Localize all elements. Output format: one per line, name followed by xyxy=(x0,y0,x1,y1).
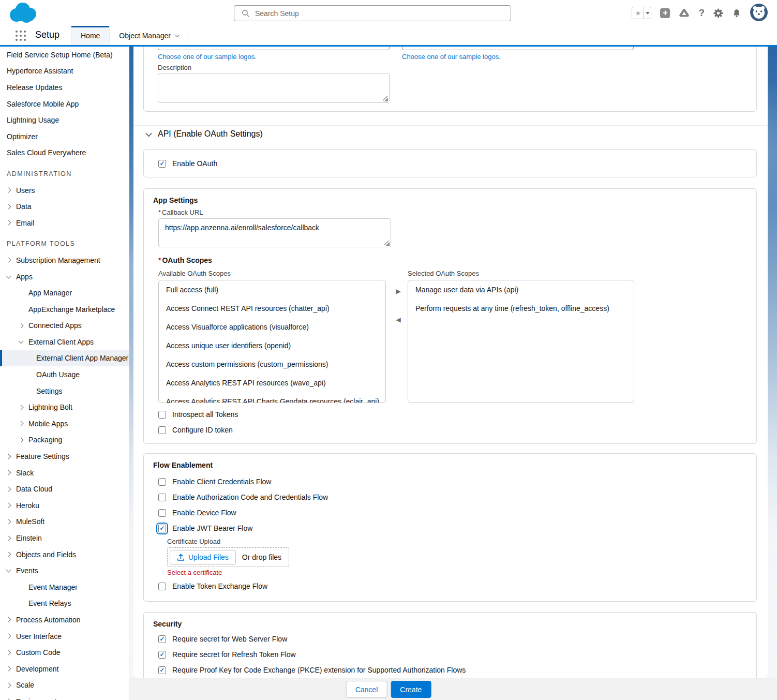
sidebar-item[interactable]: Events xyxy=(0,562,129,579)
sidebar-item[interactable]: Mobile Apps xyxy=(0,415,129,432)
scope-option[interactable]: Manage user data via APIs (api) xyxy=(408,280,634,299)
sidebar-item[interactable]: ADMINISTRATION xyxy=(0,166,129,182)
help-icon[interactable] xyxy=(698,7,705,19)
available-scopes-listbox[interactable]: Full access (full)Access Connect REST AP… xyxy=(158,280,386,403)
sidebar-item[interactable]: Lightning Bolt xyxy=(0,399,129,415)
sidebar-item[interactable]: Apps xyxy=(0,269,129,285)
sidebar-item[interactable]: Heroku xyxy=(0,497,129,514)
move-left-icon[interactable] xyxy=(393,315,404,325)
flow-checkbox[interactable] xyxy=(158,525,166,532)
sample-logos-link[interactable]: Choose one of our sample logos. xyxy=(158,53,257,61)
flow-checkbox[interactable] xyxy=(158,478,166,486)
cancel-button[interactable]: Cancel xyxy=(346,681,387,698)
flow-checkbox[interactable] xyxy=(158,509,166,517)
sidebar-item[interactable]: Field Service Setup Home (Beta) xyxy=(0,47,129,63)
scope-option[interactable]: Perform requests at any time (refresh_to… xyxy=(408,299,634,318)
gear-icon[interactable] xyxy=(713,8,723,18)
sidebar-item[interactable]: Feature Settings xyxy=(0,448,129,465)
enable-oauth-row: Enable OAuth xyxy=(158,159,217,168)
sidebar-item[interactable]: Development xyxy=(0,661,129,677)
notifications-bell-icon[interactable] xyxy=(732,8,741,18)
scope-option[interactable]: Access custom permissions (custom_permis… xyxy=(159,355,385,374)
security-checkbox[interactable] xyxy=(158,651,166,659)
form-panel: Choose one of our sample logos. Choose o… xyxy=(133,47,768,678)
scope-option[interactable]: Access Analytics REST API resources (wav… xyxy=(159,374,385,392)
search-input[interactable] xyxy=(255,9,511,18)
sidebar-item[interactable]: External Client App Manager xyxy=(0,350,129,367)
selected-scopes-listbox[interactable]: Manage user data via APIs (api)Perform r… xyxy=(408,280,634,403)
security-checkbox-row: Require secret for Web Server Flow xyxy=(158,631,466,647)
sidebar-item[interactable]: Lightning Usage xyxy=(0,112,129,128)
move-right-icon[interactable] xyxy=(393,286,404,296)
certificate-dropzone[interactable]: Upload Files Or drop files xyxy=(167,547,289,567)
sidebar-item[interactable]: Process Automation xyxy=(0,612,129,628)
sidebar-item[interactable]: Optimizer xyxy=(0,128,129,145)
logo-url-input[interactable] xyxy=(158,47,390,50)
trailhead-icon[interactable] xyxy=(679,8,690,18)
sidebar-item[interactable]: App Manager xyxy=(0,285,129,301)
security-checkbox[interactable] xyxy=(158,666,166,674)
resize-handle[interactable] xyxy=(384,241,390,246)
favorites-star-icon[interactable] xyxy=(632,7,644,19)
sidebar-item[interactable]: Event Relays xyxy=(0,595,129,612)
introspect-tokens-checkbox[interactable] xyxy=(158,411,166,419)
sidebar-item[interactable]: Objects and Fields xyxy=(0,546,129,563)
upload-files-button[interactable]: Upload Files xyxy=(170,550,236,565)
favorites-dropdown-icon[interactable] xyxy=(644,7,651,19)
sidebar-item[interactable]: MuleSoft xyxy=(0,514,129,530)
resize-handle[interactable] xyxy=(383,96,388,101)
quick-create-icon[interactable] xyxy=(660,8,670,18)
sidebar-item[interactable]: Email xyxy=(0,215,129,231)
app-launcher-icon[interactable] xyxy=(16,31,26,41)
description-textarea[interactable] xyxy=(158,73,390,103)
sidebar-item[interactable]: Custom Code xyxy=(0,644,129,661)
chevron-icon xyxy=(6,486,11,492)
icon-url-input[interactable] xyxy=(402,47,634,50)
token-exchange-checkbox[interactable] xyxy=(158,583,166,590)
introspect-tokens-row: Introspect all Tokens xyxy=(158,410,238,419)
sidebar-item[interactable]: Event Manager xyxy=(0,579,129,595)
chevron-icon xyxy=(6,220,11,226)
sidebar-item[interactable]: Hyperforce Assistant xyxy=(0,63,129,80)
sidebar-item[interactable]: Scale xyxy=(0,677,129,694)
sidebar-item[interactable]: OAuth Usage xyxy=(0,366,129,383)
sidebar-item[interactable]: Data xyxy=(0,198,129,215)
sidebar-item[interactable]: Environments xyxy=(0,693,129,700)
chevron-icon xyxy=(6,454,11,459)
setup-tab[interactable]: Object Manager xyxy=(110,26,188,45)
scope-option[interactable]: Full access (full) xyxy=(159,280,385,299)
sidebar-item[interactable]: Users xyxy=(0,182,129,199)
sidebar-item[interactable]: Connected Apps xyxy=(0,318,129,334)
scope-option[interactable]: Access Analytics REST API Charts Geodata… xyxy=(159,392,385,403)
scope-option[interactable]: Access Connect REST API resources (chatt… xyxy=(159,299,385,318)
scope-option[interactable]: Access Visualforce applications (visualf… xyxy=(159,318,385,336)
security-checkbox[interactable] xyxy=(158,635,166,643)
sidebar-item[interactable]: Data Cloud xyxy=(0,481,129,497)
app-name: Setup xyxy=(35,29,59,40)
chevron-icon xyxy=(6,258,11,263)
sidebar-item[interactable]: User Interface xyxy=(0,628,129,645)
scope-option[interactable]: Access unique user identifiers (openid) xyxy=(159,336,385,355)
sidebar-item[interactable]: Einstein xyxy=(0,530,129,546)
callback-url-textarea[interactable]: https://app.anzenna.ai/enroll/salesforce… xyxy=(158,218,391,247)
enable-oauth-checkbox[interactable] xyxy=(158,160,166,168)
sidebar-item[interactable]: Packaging xyxy=(0,432,129,449)
sidebar-item[interactable]: PLATFORM TOOLS xyxy=(0,236,129,252)
sidebar-item[interactable]: AppExchange Marketplace xyxy=(0,301,129,318)
flow-checkbox[interactable] xyxy=(158,494,166,501)
sidebar-item[interactable]: Slack xyxy=(0,465,129,481)
create-button[interactable]: Create xyxy=(391,681,431,698)
setup-search xyxy=(234,5,511,21)
setup-tab[interactable]: Home xyxy=(71,26,110,45)
user-avatar[interactable] xyxy=(750,4,768,23)
sample-logos-link[interactable]: Choose one of our sample logos. xyxy=(402,53,501,61)
sidebar-item[interactable]: Sales Cloud Everywhere xyxy=(0,145,129,161)
collapse-section-icon[interactable] xyxy=(145,130,152,137)
configure-id-token-checkbox[interactable] xyxy=(158,426,166,434)
sidebar-item[interactable]: Settings xyxy=(0,383,129,399)
sidebar-item[interactable]: Release Updates xyxy=(0,79,129,96)
sidebar-item[interactable]: Salesforce Mobile App xyxy=(0,96,129,112)
security-checkbox-row: Require Proof Key for Code Exchange (PKC… xyxy=(158,662,466,678)
sidebar-item[interactable]: External Client Apps xyxy=(0,334,129,350)
sidebar-item[interactable]: Subscription Management xyxy=(0,252,129,269)
